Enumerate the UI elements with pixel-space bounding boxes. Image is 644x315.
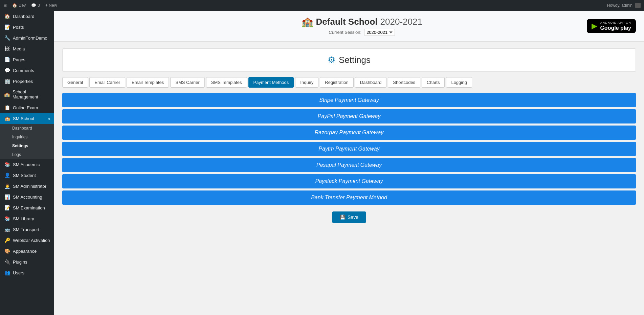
- tab-charts[interactable]: Charts: [422, 77, 445, 88]
- dashboard-icon: 🏠: [4, 14, 10, 19]
- settings-title-text: Settings: [339, 55, 371, 65]
- sidebar-item-properties[interactable]: 🏢 Properties: [0, 76, 54, 87]
- sidebar-item-sm-examination[interactable]: 📝 SM Examination: [0, 202, 54, 213]
- google-play-large: Google play: [600, 25, 631, 31]
- sidebar-label-sm-transport: SM Transport: [13, 227, 39, 232]
- google-play-icon: ▶: [592, 22, 597, 30]
- sidebar-item-appearance[interactable]: 🎨 Appearance: [0, 246, 54, 256]
- sidebar-label-properties: Properties: [13, 79, 33, 84]
- sidebar-label-sm-accounting: SM Accounting: [13, 195, 42, 200]
- tab-sms-templates[interactable]: SMS Templates: [206, 77, 247, 88]
- pages-icon: 📄: [4, 57, 10, 62]
- admin-bar-site[interactable]: 🏠 Dev: [12, 3, 26, 8]
- settings-gear-icon: ⚙: [328, 55, 335, 65]
- sm-school-arrow: ◀: [47, 117, 50, 120]
- gateway-paystack[interactable]: Paystack Payment Gateway: [62, 174, 636, 188]
- tab-email-carrier[interactable]: Email Carrier: [89, 77, 125, 88]
- gateway-bank-transfer[interactable]: Bank Transfer Payment Method: [62, 190, 636, 205]
- tab-general[interactable]: General: [62, 77, 88, 88]
- sidebar-label-adminformdemo: AdminFormDemo: [13, 36, 47, 41]
- comments-count: 0: [38, 3, 40, 8]
- sidebar-label-users: Users: [13, 270, 24, 275]
- sm-student-icon: 👤: [4, 173, 10, 178]
- gateway-razorpay[interactable]: Razorpay Payment Gateway: [62, 126, 636, 140]
- gateway-pesapal[interactable]: Pesapal Payment Gateway: [62, 158, 636, 172]
- sidebar-sub-sm-dashboard[interactable]: Dashboard: [0, 124, 54, 133]
- sidebar-sub-sm-settings[interactable]: Settings: [0, 141, 54, 150]
- session-select[interactable]: 2020-2021: [364, 29, 395, 36]
- sm-academic-icon: 📚: [4, 162, 10, 167]
- sidebar-item-sm-school[interactable]: 🏫 SM School ◀: [0, 113, 54, 124]
- sidebar-label-sm-examination: SM Examination: [13, 205, 45, 210]
- tab-registration[interactable]: Registration: [320, 77, 353, 88]
- save-btn-row: 💾 Save: [62, 211, 636, 223]
- tab-email-templates[interactable]: Email Templates: [127, 77, 169, 88]
- school-title: 🏫 Default School 2020-2021 Current Sessi…: [137, 16, 587, 36]
- school-name: Default School: [316, 17, 378, 27]
- admin-bar: ⊞ 🏠 Dev 💬 0 + New Howdy, admin: [0, 0, 644, 11]
- sidebar-item-school-management[interactable]: 🏫 School Management: [0, 87, 54, 102]
- gateway-paytm[interactable]: Paytm Payment Gateway: [62, 142, 636, 156]
- sidebar-label-dashboard: Dashboard: [13, 14, 35, 19]
- sidebar-item-posts[interactable]: 📝 Posts: [0, 22, 54, 32]
- sm-library-icon: 📚: [4, 216, 10, 221]
- sidebar-item-media[interactable]: 🖼 Media: [0, 43, 54, 54]
- sidebar-item-sm-academic[interactable]: 📚 SM Academic: [0, 159, 54, 170]
- weblizar-icon: 🔑: [4, 238, 10, 243]
- tab-logging[interactable]: Logging: [446, 77, 472, 88]
- school-management-icon: 🏫: [4, 92, 10, 97]
- sidebar-item-sm-library[interactable]: 📚 SM Library: [0, 213, 54, 224]
- sidebar-label-appearance: Appearance: [13, 249, 37, 254]
- sidebar-label-sm-administrator: SM Administrator: [13, 184, 46, 189]
- tab-sms-carrier[interactable]: SMS Carrier: [170, 77, 205, 88]
- sm-transport-icon: 🚌: [4, 227, 10, 232]
- settings-header-box: ⚙ Settings: [62, 48, 636, 72]
- admin-bar-comments[interactable]: 💬 0: [31, 3, 40, 8]
- howdy-text: Howdy, admin: [607, 3, 632, 8]
- sidebar-item-dashboard[interactable]: 🏠 Dashboard: [0, 11, 54, 22]
- sidebar-sub-sm-logs[interactable]: Logs: [0, 150, 54, 159]
- save-label: Save: [348, 215, 358, 220]
- sidebar-item-sm-transport[interactable]: 🚌 SM Transport: [0, 224, 54, 235]
- tab-shortcodes[interactable]: Shortcodes: [388, 77, 420, 88]
- admin-bar-new[interactable]: + New: [45, 3, 57, 8]
- sidebar-item-pages[interactable]: 📄 Pages: [0, 54, 54, 65]
- sidebar-item-sm-student[interactable]: 👤 SM Student: [0, 170, 54, 181]
- sidebar-item-sm-accounting[interactable]: 📊 SM Accounting: [0, 192, 54, 202]
- tab-dashboard[interactable]: Dashboard: [355, 77, 387, 88]
- sidebar-item-sm-administrator[interactable]: 👨‍💼 SM Administrator: [0, 181, 54, 192]
- google-play-button[interactable]: ▶ ANDROID APP ON Google play: [587, 19, 636, 33]
- sidebar: 🏠 Dashboard 📝 Posts 🔧 AdminFormDemo 🖼 Me…: [0, 11, 54, 315]
- sidebar-item-online-exam[interactable]: 📋 Online Exam: [0, 102, 54, 113]
- tab-payment-methods[interactable]: Payment Methods: [248, 77, 294, 88]
- sm-school-submenu: Dashboard Inquiries Settings Logs: [0, 124, 54, 159]
- media-icon: 🖼: [4, 46, 10, 51]
- school-year: 2020-2021: [380, 17, 422, 27]
- site-name: Dev: [19, 3, 26, 8]
- save-button[interactable]: 💾 Save: [332, 211, 366, 223]
- sidebar-label-media: Media: [13, 46, 25, 51]
- tab-inquiry[interactable]: Inquiry: [295, 77, 318, 88]
- sidebar-item-weblizar-activation[interactable]: 🔑 Weblizar Activation: [0, 235, 54, 246]
- gateway-paystack-label: Paystack Payment Gateway: [315, 178, 383, 184]
- gateway-list: Stripe Payment Gateway PayPal Payment Ga…: [62, 93, 636, 205]
- sidebar-label-posts: Posts: [13, 25, 24, 30]
- sidebar-item-adminformdemo[interactable]: 🔧 AdminFormDemo: [0, 32, 54, 43]
- sidebar-item-comments[interactable]: 💬 Comments: [0, 65, 54, 76]
- sidebar-item-plugins[interactable]: 🔌 Plugins: [0, 256, 54, 267]
- gateway-paypal[interactable]: PayPal Payment Gateway: [62, 109, 636, 123]
- sidebar-label-sm-school: SM School: [13, 116, 34, 121]
- admin-bar-right: Howdy, admin: [607, 3, 641, 8]
- admin-avatar[interactable]: [635, 3, 641, 8]
- sidebar-item-wrap-sm-school: 🏫 SM School ◀: [0, 113, 54, 124]
- sidebar-sub-sm-inquiries[interactable]: Inquiries: [0, 133, 54, 141]
- admin-bar-wp-logo[interactable]: ⊞: [3, 3, 7, 8]
- gateway-razorpay-label: Razorpay Payment Gateway: [315, 130, 384, 135]
- gateway-stripe[interactable]: Stripe Payment Gateway: [62, 93, 636, 107]
- site-icon: 🏠: [12, 3, 17, 8]
- sidebar-label-online-exam: Online Exam: [13, 105, 38, 110]
- online-exam-icon: 📋: [4, 105, 10, 110]
- sidebar-item-users[interactable]: 👥 Users: [0, 267, 54, 278]
- gateway-bank-transfer-label: Bank Transfer Payment Method: [311, 195, 387, 200]
- google-play-small: ANDROID APP ON: [600, 21, 631, 25]
